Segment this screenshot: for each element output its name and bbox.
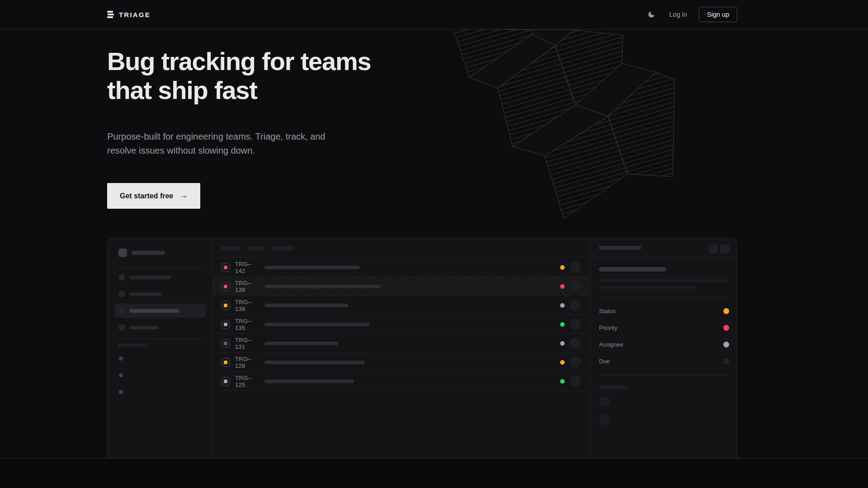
issue-title-placeholder [264,323,370,326]
property-row[interactable]: Assignee [599,341,729,347]
issue-row[interactable]: TRG–125 [213,372,590,391]
property-row[interactable]: Status [599,308,729,314]
issue-meta [560,338,581,349]
panel-divider [599,375,728,375]
workspace-name-placeholder [132,251,165,255]
sidebar-divider [114,339,206,339]
app-preview-card: TRG–142 TRG–139 TRG–138 TRG–135 [107,238,737,458]
activity-avatar [599,414,610,425]
property-label: Assignee [599,341,623,348]
assignee-avatar [570,262,581,273]
landing-page: TRIAGE Log in Sign up Bug tracking for t… [0,0,868,488]
sidebar-footer-dot [119,357,123,361]
status-dot [560,360,565,365]
issue-id: TRG–142 [235,261,261,274]
panel-action-button[interactable] [708,244,718,253]
nav-item-icon [119,274,125,280]
login-link[interactable]: Log in [669,11,687,18]
issue-id: TRG–138 [235,299,261,312]
property-value-dot [723,325,729,331]
hero-subtext-line1: Purpose-built for engineering teams. Tri… [107,131,325,141]
navbar: TRIAGE Log in Sign up [0,0,868,29]
brand-logo-icon [107,11,114,18]
property-label: Priority [599,324,617,331]
issue-type-icon [221,377,230,386]
navbar-actions: Log in Sign up [646,7,737,22]
property-row[interactable]: Due [599,358,729,364]
assignee-avatar [570,357,581,368]
issue-id: TRG–135 [235,318,261,331]
issue-row[interactable]: TRG–139 [213,277,590,296]
issue-meta [560,281,581,292]
theme-toggle-button[interactable] [646,9,657,20]
sidebar-nav-item[interactable] [115,304,206,318]
assignee-avatar [570,300,581,311]
assignee-avatar [570,319,581,330]
hero-subtext-line2: resolve issues without slowing down. [107,145,255,155]
issue-title-placeholder [264,266,360,269]
wireframe-decoration [445,29,798,223]
issue-meta [560,375,581,387]
hero-heading-line1: Bug tracking for teams [107,47,371,75]
issue-type-icon [221,339,230,348]
property-label: Status [599,308,616,314]
issue-type-icon [221,358,230,367]
issue-type-icon [221,282,230,291]
issue-title-placeholder [264,342,338,345]
toolbar-filter-placeholder[interactable] [249,246,265,250]
arrow-right-icon: → [179,191,188,200]
sidebar-section-label-placeholder [118,343,148,347]
hero-heading-line2: that ship fast [107,76,257,104]
issue-row[interactable]: TRG–142 [213,258,590,277]
preview-sidebar [108,239,213,458]
panel-divider [599,298,728,298]
status-dot [560,265,565,270]
issue-row[interactable]: TRG–128 [213,353,590,372]
nav-item-icon [119,291,125,297]
issue-row[interactable]: TRG–135 [213,315,590,334]
nav-item-label-placeholder [129,309,179,313]
hero-subtext: Purpose-built for engineering teams. Tri… [107,130,325,158]
property-row[interactable]: Priority [599,324,729,331]
toolbar-filter-placeholder[interactable] [221,246,241,250]
issue-description-placeholder [599,279,729,282]
issue-type-icon [221,320,230,329]
issue-meta [560,300,581,311]
nav-item-icon [119,308,125,314]
signup-button[interactable]: Sign up [699,7,737,22]
issue-title-placeholder [264,304,349,307]
status-dot [560,322,565,327]
issue-title-placeholder [264,380,354,383]
issue-type-icon [221,263,230,272]
issue-row[interactable]: TRG–131 [213,334,590,353]
issue-title-placeholder [264,361,365,364]
assignee-avatar [570,338,581,349]
issue-row[interactable]: TRG–138 [213,296,590,315]
property-value-dot [723,342,729,347]
status-dot [560,284,565,289]
panel-header-placeholder [599,246,641,250]
issue-id: TRG–131 [235,337,261,350]
property-label: Due [599,358,610,365]
nav-item-icon [119,324,125,330]
issue-meta [560,319,581,330]
sidebar-nav-item[interactable] [115,287,206,301]
preview-detail-panel: Status Priority Assignee Due [590,239,737,458]
hero-heading: Bug tracking for teams that ship fast [107,47,371,105]
toolbar-filter-placeholder[interactable] [272,246,294,250]
preview-issue-list: TRG–142 TRG–139 TRG–138 TRG–135 [213,239,590,458]
issue-id: TRG–128 [235,356,261,369]
brand[interactable]: TRIAGE [107,11,151,19]
nav-item-label-placeholder [129,326,159,329]
activity-label-placeholder [599,385,628,389]
issue-rows: TRG–142 TRG–139 TRG–138 TRG–135 [213,258,590,391]
panel-action-button[interactable] [720,244,730,253]
sidebar-nav-item[interactable] [115,270,206,284]
issue-id: TRG–139 [235,280,261,293]
moon-icon [647,10,656,19]
workspace-avatar[interactable] [118,249,127,257]
panel-divider [590,258,737,258]
preview-toolbar [213,239,590,258]
get-started-button[interactable]: Get started free → [107,183,200,209]
sidebar-nav-item[interactable] [115,320,206,334]
